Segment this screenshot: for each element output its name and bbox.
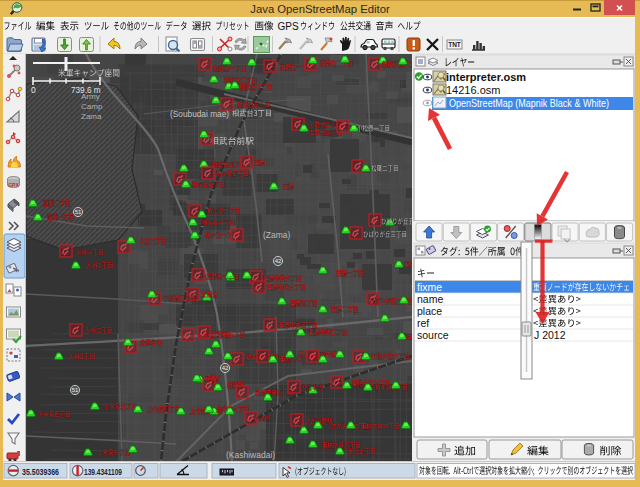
svg-text:139.4341109: 139.4341109 xyxy=(84,466,122,477)
svg-text:Zama: Zama xyxy=(81,112,102,121)
svg-text:42: 42 xyxy=(222,365,229,371)
svg-text:J 2012: J 2012 xyxy=(534,329,566,341)
svg-text:GPX: GPX xyxy=(8,182,19,188)
svg-text:0: 0 xyxy=(31,85,36,95)
svg-text:Army: Army xyxy=(81,92,100,101)
svg-text:42: 42 xyxy=(275,258,282,264)
svg-text:name: name xyxy=(417,293,443,305)
svg-text:(Zama): (Zama) xyxy=(263,230,291,240)
svg-text:Java OpenStreetMap Editor: Java OpenStreetMap Editor xyxy=(250,3,390,15)
svg-text:Camp: Camp xyxy=(81,102,103,111)
svg-text:51: 51 xyxy=(75,209,82,215)
svg-text:35.5039366: 35.5039366 xyxy=(22,466,59,477)
svg-text:GPS: GPS xyxy=(278,21,299,32)
svg-text:51: 51 xyxy=(72,387,79,393)
svg-text:14216.osm: 14216.osm xyxy=(446,84,500,96)
svg-text:TNT: TNT xyxy=(448,41,461,48)
svg-text:OpenStreetMap (Mapnik Black &: OpenStreetMap (Mapnik Black & White) xyxy=(449,98,609,109)
svg-text:interpreter.osm: interpreter.osm xyxy=(446,71,526,83)
svg-text:ref: ref xyxy=(417,317,429,329)
svg-text:place: place xyxy=(417,305,442,317)
svg-text:source: source xyxy=(417,329,449,341)
svg-text:(Kashiwadai): (Kashiwadai) xyxy=(226,450,275,460)
svg-text:fixme: fixme xyxy=(417,281,442,293)
